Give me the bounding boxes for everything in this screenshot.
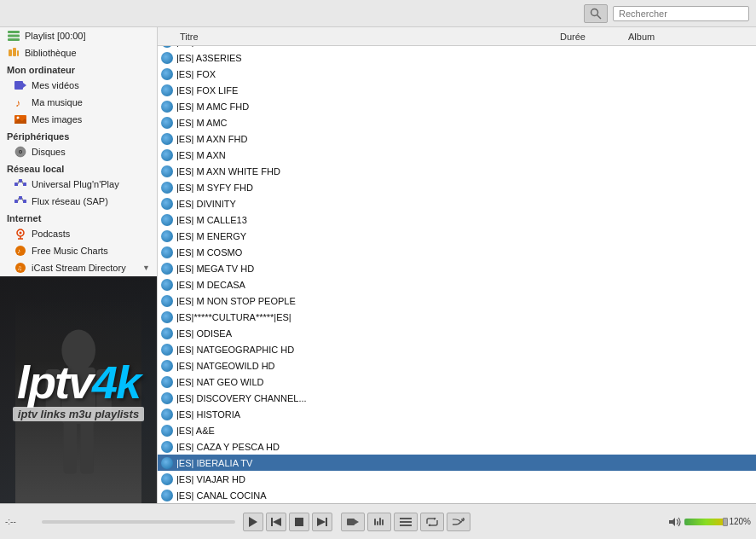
track-row[interactable]: |ES| M AXN WHITE FHD bbox=[158, 163, 756, 179]
watermark-title-blue: 4k bbox=[92, 356, 140, 408]
track-name: |ES| FDF bbox=[176, 46, 557, 47]
track-row[interactable]: |ES| M AMC FHD bbox=[158, 98, 756, 114]
svg-rect-53 bbox=[400, 518, 412, 519]
next-icon bbox=[317, 518, 327, 526]
volume-bar-area[interactable]: 120% bbox=[684, 517, 751, 526]
sidebar-item-images[interactable]: Mes images bbox=[0, 111, 157, 128]
svg-point-16 bbox=[20, 151, 21, 153]
play-button[interactable] bbox=[243, 513, 263, 531]
list-button[interactable] bbox=[394, 513, 418, 531]
track-globe-icon bbox=[161, 182, 173, 194]
col-header-album: Album bbox=[625, 32, 753, 42]
section-peripheriques: Périphériques bbox=[0, 128, 157, 143]
video-button[interactable] bbox=[341, 513, 365, 531]
track-name: |ES| NAT GEO WILD bbox=[176, 377, 557, 387]
track-name: |ES| MEGA TV HD bbox=[176, 264, 557, 274]
stop-icon bbox=[295, 518, 303, 526]
track-row[interactable]: |ES| M AXN FHD bbox=[158, 130, 756, 147]
shuffle-button[interactable] bbox=[447, 513, 470, 531]
sidebar-item-flux[interactable]: Flux réseau (SAP) bbox=[0, 193, 157, 210]
next-button[interactable] bbox=[312, 513, 332, 531]
svg-rect-17 bbox=[14, 183, 18, 186]
svg-rect-2 bbox=[8, 31, 20, 33]
track-row[interactable]: |ES| NAT GEO WILD bbox=[158, 374, 756, 390]
svg-marker-48 bbox=[355, 519, 359, 525]
track-row[interactable]: |ES| MEGA TV HD bbox=[158, 260, 756, 276]
stop-button[interactable] bbox=[289, 513, 309, 531]
icast-icon: ♫ bbox=[14, 261, 27, 275]
track-row[interactable]: |ES| M COSMO bbox=[158, 244, 756, 260]
track-row[interactable]: |ES| FOX LIFE bbox=[158, 82, 756, 98]
icast-label: iCast Stream Directory bbox=[32, 263, 126, 273]
track-row[interactable]: |ES| A3SERIES bbox=[158, 49, 756, 66]
track-row[interactable]: |ES| IBERALIA TV bbox=[158, 455, 756, 471]
track-row[interactable]: |ES| NATGEOGRAPHIC HD bbox=[158, 341, 756, 357]
svg-rect-42 bbox=[271, 518, 273, 526]
track-name: |ES| NATGEOGRAPHIC HD bbox=[176, 345, 557, 355]
track-row[interactable]: |ES| DIVINITY bbox=[158, 195, 756, 212]
search-input[interactable] bbox=[613, 6, 749, 21]
track-row[interactable]: |ES| FOX bbox=[158, 66, 756, 82]
track-row[interactable]: |ES| NATGEOWILD HD bbox=[158, 357, 756, 374]
repeat-button[interactable] bbox=[420, 513, 444, 531]
volume-bar bbox=[684, 519, 727, 525]
track-globe-icon bbox=[161, 133, 173, 145]
track-row[interactable]: |ES| M SYFY FHD bbox=[158, 179, 756, 195]
track-row[interactable]: |ES| A&E bbox=[158, 422, 756, 438]
track-row[interactable]: |ES| CAZA Y PESCA HD bbox=[158, 438, 756, 455]
track-globe-icon bbox=[161, 214, 173, 226]
track-row[interactable]: |ES| VIAJAR HD bbox=[158, 471, 756, 487]
sidebar-item-playlist[interactable]: Playlist [00:00] bbox=[0, 27, 157, 44]
watermark-subtitle: iptv links m3u playlists bbox=[13, 407, 144, 421]
track-row[interactable]: |ES| DISCOVERY CHANNEL... bbox=[158, 390, 756, 406]
track-row[interactable]: |ES| HISTORIA bbox=[158, 406, 756, 422]
track-name: |ES| ODISEA bbox=[176, 328, 557, 339]
music-icon: ♪ bbox=[14, 96, 27, 109]
sidebar-item-upnp[interactable]: Universal Plug'n'Play bbox=[0, 176, 157, 193]
track-globe-icon bbox=[161, 52, 173, 64]
search-icon-button[interactable] bbox=[584, 4, 608, 23]
videos-label: Mes vidéos bbox=[32, 80, 79, 90]
sidebar-item-icast[interactable]: ♫ iCast Stream Directory ▼ bbox=[0, 259, 157, 276]
track-globe-icon bbox=[161, 263, 173, 275]
track-name: |ES| M AMC FHD bbox=[176, 101, 557, 112]
track-name: |ES| DISCOVERY CHANNEL... bbox=[176, 393, 557, 403]
search-icon bbox=[590, 8, 602, 20]
track-row[interactable]: |ES|*****CULTURA*****|ES| bbox=[158, 309, 756, 325]
svg-rect-45 bbox=[326, 518, 327, 526]
track-globe-icon bbox=[161, 360, 173, 372]
sidebar-item-podcasts[interactable]: Podcasts bbox=[0, 225, 157, 242]
sidebar-item-music[interactable]: ♪ Ma musique bbox=[0, 94, 157, 111]
sidebar-item-fmc[interactable]: ♪ Free Music Charts bbox=[0, 242, 157, 259]
track-row[interactable]: |ES| M NON STOP PEOPLE bbox=[158, 293, 756, 309]
sidebar-item-library[interactable]: Bibliothèque bbox=[0, 44, 157, 61]
sidebar-item-disques[interactable]: Disques bbox=[0, 143, 157, 160]
sidebar-scroll-area: Playlist [00:00] Bibliothèque Mon ordina… bbox=[0, 27, 157, 276]
track-row[interactable]: |ES| M CALLE13 bbox=[158, 212, 756, 228]
svg-line-1 bbox=[597, 14, 602, 19]
flux-label: Flux réseau (SAP) bbox=[32, 196, 108, 206]
svg-text:♪: ♪ bbox=[15, 97, 20, 108]
thumbnail-bg: lptv4k iptv links m3u playlists bbox=[0, 276, 157, 503]
prev-button[interactable] bbox=[266, 513, 286, 531]
track-name: |ES| A&E bbox=[176, 426, 557, 436]
progress-bar[interactable] bbox=[42, 520, 235, 524]
svg-rect-3 bbox=[8, 35, 20, 38]
svg-rect-24 bbox=[23, 200, 26, 203]
track-row[interactable]: |ES| ODISEA bbox=[158, 325, 756, 341]
track-name: |ES| CANAL COCINA bbox=[176, 490, 557, 501]
track-row[interactable]: |ES| CANAL COCINA bbox=[158, 487, 756, 503]
icast-expand-icon[interactable]: ▼ bbox=[142, 264, 150, 272]
track-row[interactable]: |ES| M ENERGY bbox=[158, 228, 756, 244]
svg-rect-23 bbox=[19, 196, 22, 200]
main-content: Playlist [00:00] Bibliothèque Mon ordina… bbox=[0, 27, 756, 503]
svg-text:♪: ♪ bbox=[17, 247, 20, 255]
track-row[interactable]: |ES| M AXN bbox=[158, 147, 756, 163]
sidebar-item-videos[interactable]: Mes vidéos bbox=[0, 77, 157, 94]
track-row[interactable]: |ES| M AMC bbox=[158, 114, 756, 130]
flux-icon bbox=[14, 194, 27, 208]
eq-button[interactable] bbox=[367, 513, 391, 531]
track-row[interactable]: |ES| M DECASA bbox=[158, 276, 756, 293]
play-icon bbox=[249, 517, 257, 527]
shuffle-icon bbox=[453, 518, 465, 526]
